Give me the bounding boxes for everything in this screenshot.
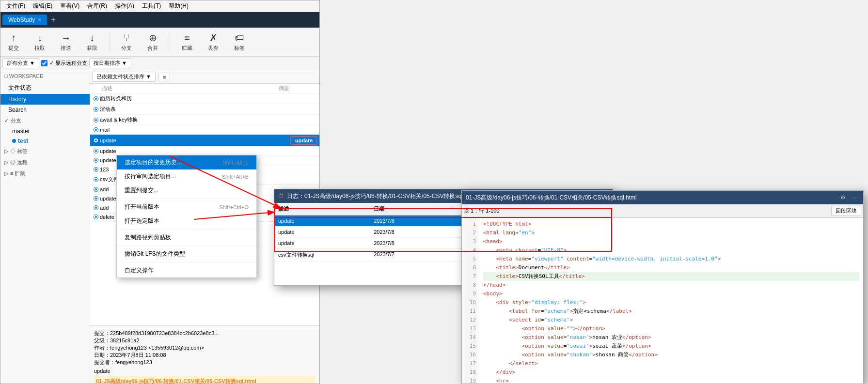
code-editor-window: 01-JS高级/day06-js技巧/06-转换/01-CSV相关/05-CSV… bbox=[461, 190, 864, 384]
context-menu: 选定项目的变更历史... Shift+Alt+L 按行审阅选定项目... Shi… bbox=[116, 155, 257, 278]
menu-help[interactable]: 帮助(H) bbox=[165, 1, 192, 11]
sidebar-section-branches[interactable]: ✓ 分支 bbox=[0, 115, 90, 126]
sidebar-section-tags[interactable]: ▷ ◇ 标签 bbox=[0, 146, 90, 157]
context-menu-divider-2 bbox=[117, 229, 256, 230]
changed-file-path[interactable]: 01-JS高级/day06-js技巧/06-转换/01-CSV相关/05-CSV… bbox=[94, 376, 316, 384]
commit-row-1[interactable]: 渲动条 bbox=[90, 104, 319, 115]
commit-date: 日期：2023年7月8日 11:08:08 bbox=[94, 352, 316, 359]
menu-tools[interactable]: 工具(T) bbox=[138, 1, 165, 11]
toolbar-branch[interactable]: ⑂ 分支 bbox=[117, 31, 136, 54]
dot-0 bbox=[94, 97, 98, 101]
sort-files-button[interactable]: 已依赖文件状态排序 ▼ bbox=[92, 72, 156, 82]
code-content[interactable]: <!DOCTYPE html> <html lang="en"> <head> … bbox=[479, 218, 863, 384]
tab-close-button[interactable]: × bbox=[38, 16, 41, 23]
date-col-header: 摘要 bbox=[279, 85, 317, 92]
commit-row-4[interactable]: update update bbox=[90, 135, 319, 147]
tab-bar: WebStudy × + bbox=[0, 12, 319, 28]
toolbar-commit[interactable]: ↑ 提交 bbox=[4, 31, 23, 54]
branch-select-button[interactable]: 所有分支 ▼ bbox=[2, 58, 39, 68]
commit-msg-5: update bbox=[100, 148, 317, 154]
sidebar-branch-master[interactable]: master bbox=[0, 126, 90, 136]
stash-label: 贮藏 bbox=[182, 45, 192, 52]
history-cell-desc-3: csv文件转换sql bbox=[274, 250, 370, 260]
tags-label: ◇ 标签 bbox=[10, 148, 28, 155]
toolbar-push[interactable]: → 推送 bbox=[57, 31, 75, 54]
commit-msg-1: 渲动条 bbox=[100, 106, 317, 113]
commit-dot-1 bbox=[92, 108, 100, 111]
commit-dot-6 bbox=[92, 158, 100, 162]
sidebar-item-history[interactable]: History bbox=[0, 94, 90, 105]
history-cell-desc-1: update bbox=[274, 228, 370, 236]
sort-button[interactable]: 按日期排序 ▼ bbox=[89, 58, 131, 68]
toolbar2: 所有分支 ▼ ✓ 显示远程分支 按日期排序 ▼ bbox=[0, 57, 319, 70]
context-menu-item-copy-path[interactable]: 复制路径到剪贴板 bbox=[117, 230, 256, 245]
dot-8 bbox=[94, 178, 98, 182]
commit-row-2[interactable]: await & key转换 bbox=[90, 115, 319, 125]
commit-row-3[interactable]: mail bbox=[90, 125, 319, 135]
show-branch-checkbox[interactable] bbox=[41, 60, 47, 66]
pull-icon: ↓ bbox=[37, 32, 42, 44]
context-menu-item-open-selected[interactable]: 打开选定版本 bbox=[117, 214, 256, 228]
dot-7 bbox=[94, 168, 98, 171]
code-line-10: <div style="display: flex;"> bbox=[483, 298, 859, 307]
toolbar: ↑ 提交 ↓ 拉取 → 推送 ↓ 获取 ⑂ 分支 ⊕ 合并 ≡ 贮藏 ✗ bbox=[0, 28, 319, 57]
commit-row-0[interactable]: 面历转换和历 bbox=[90, 93, 319, 104]
sidebar-item-file-status[interactable]: 文件状态 bbox=[0, 82, 90, 94]
context-menu-divider-1 bbox=[117, 199, 256, 199]
push-icon: → bbox=[61, 32, 71, 44]
discard-icon: ✗ bbox=[209, 32, 218, 44]
editor-settings-button[interactable]: ⚙ bbox=[838, 193, 848, 202]
blame-shortcut: Shift+Alt+B bbox=[222, 174, 249, 180]
sidebar-item-search[interactable]: Search bbox=[0, 105, 90, 115]
commit-msg-3: mail bbox=[100, 127, 317, 133]
menu-edit[interactable]: 编辑(E) bbox=[29, 1, 56, 11]
code-line-12: <select id="schema"> bbox=[483, 316, 859, 324]
sidebar-branch-test[interactable]: test bbox=[0, 136, 90, 146]
graph-col-header bbox=[92, 85, 102, 92]
stash-expand-icon: ▷ bbox=[4, 170, 8, 177]
editor-more-button[interactable]: ··· bbox=[850, 193, 859, 202]
tab-add-button[interactable]: + bbox=[47, 15, 59, 24]
commit-hash: 提交：225b489f28d31980723e8384cc2b6023e8c3.… bbox=[94, 330, 316, 337]
code-line-18: </div> bbox=[483, 368, 859, 377]
tab-webstudy[interactable]: WebStudy × bbox=[2, 15, 47, 25]
sidebar-section-stash[interactable]: ▷ ≡ 贮藏 bbox=[0, 168, 90, 179]
desc-col-header: 描述 bbox=[102, 85, 279, 92]
branch-icon: ⑂ bbox=[124, 32, 129, 44]
toolbar-tag[interactable]: 🏷 标签 bbox=[230, 31, 249, 54]
pull-label: 拉取 bbox=[34, 45, 45, 52]
menu-view[interactable]: 查看(V) bbox=[56, 1, 83, 11]
menu-file[interactable]: 文件(F) bbox=[2, 1, 29, 11]
context-menu-item-open-current[interactable]: 打开当前版本 Shift+Ctrl+O bbox=[117, 200, 256, 214]
date-header: 日期 bbox=[370, 204, 465, 214]
code-line-4: <meta charset="UTF-8"> bbox=[483, 246, 859, 255]
menu-action[interactable]: 操作(A) bbox=[111, 1, 138, 11]
code-line-8: </head> bbox=[483, 281, 859, 290]
merge-label: 合并 bbox=[147, 45, 158, 52]
code-line-6: <title>Document</title> bbox=[483, 263, 859, 272]
bottom-info: 提交：225b489f28d31980723e8384cc2b6023e8c3.… bbox=[90, 325, 319, 384]
code-line-15: <option value="sozai">sozai 蔬菜</option> bbox=[483, 342, 859, 351]
code-line-14: <option value="nosan">nosan 农业</option> bbox=[483, 333, 859, 342]
toolbar-fetch[interactable]: ↓ 获取 bbox=[83, 31, 101, 54]
context-menu-item-blame[interactable]: 按行审阅选定项目... Shift+Alt+B bbox=[117, 169, 256, 184]
context-menu-item-reset[interactable]: 重置到提交... bbox=[117, 184, 256, 198]
editor-segment-button[interactable]: 回段区块 bbox=[831, 206, 861, 216]
tag-icon: 🏷 bbox=[235, 32, 244, 44]
toolbar-stash[interactable]: ≡ 贮藏 bbox=[178, 31, 196, 54]
open-current-label: 打开当前版本 bbox=[125, 203, 159, 211]
context-menu-item-custom[interactable]: 自定义操作 bbox=[117, 263, 256, 277]
context-menu-item-lfs[interactable]: 撤销Git LFS的文件类型 bbox=[117, 247, 256, 261]
context-menu-item-history[interactable]: 选定项目的变更历史... Shift+Alt+L bbox=[117, 155, 256, 169]
editor-title-text: 01-JS高级/day06-js技巧/06-转换/01-CSV相关/05-CSV… bbox=[466, 194, 637, 202]
toolbar-merge[interactable]: ⊕ 合并 bbox=[143, 30, 162, 54]
commit-dot-7 bbox=[92, 168, 100, 171]
toolbar-pull[interactable]: ↓ 拉取 bbox=[31, 31, 49, 54]
branch-label: 分支 bbox=[121, 45, 132, 52]
menu-repo[interactable]: 合库(R) bbox=[83, 1, 111, 11]
branches-label: 分支 bbox=[11, 117, 21, 124]
view-toggle-button[interactable]: ≡ bbox=[158, 73, 170, 81]
sidebar-section-remote[interactable]: ▷ ◎ 远程 bbox=[0, 157, 90, 168]
toolbar-discard[interactable]: ✗ 丢弃 bbox=[204, 30, 222, 54]
push-label: 推送 bbox=[61, 45, 71, 52]
